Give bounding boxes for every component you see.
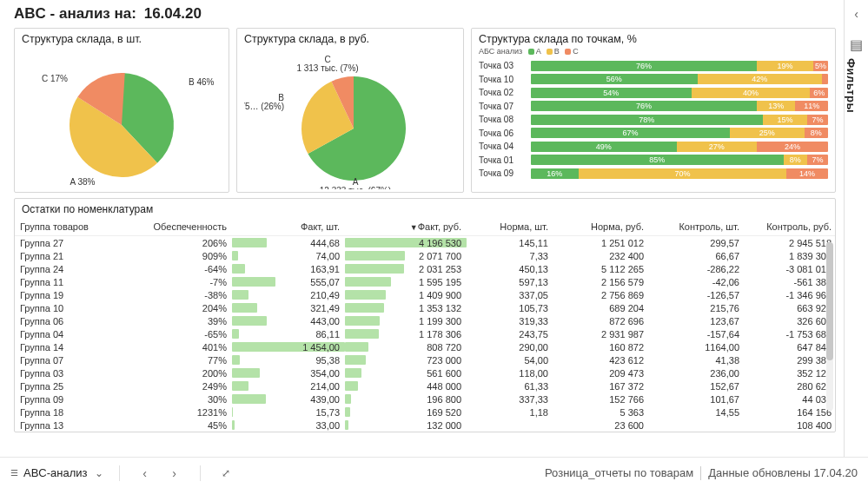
table-row[interactable]: Группа 10204%321,491 353 132105,73689 20… <box>15 301 835 314</box>
table-row[interactable]: Группа 03200%354,00561 600118,00209 4732… <box>15 366 835 379</box>
bar-segment-A: 78% <box>531 115 763 125</box>
bar-segment-C: 8% <box>805 128 828 138</box>
bar-segment-B: 19% <box>757 61 813 71</box>
stacked-bar: 49%27%24% <box>531 142 828 152</box>
bar-segment-C: 7% <box>807 155 828 165</box>
bar-segment-B: 13% <box>757 101 795 111</box>
table-row[interactable]: Группа 14401%1 454,00808 720290,00160 87… <box>15 340 835 353</box>
card-stacked-points[interactable]: Структура склада по точкам, % АБС анализ… <box>471 28 836 193</box>
table-header[interactable]: ▼Факт, руб. <box>345 218 467 236</box>
bar-row[interactable]: Точка 0185%8%7% <box>479 154 828 168</box>
bar-row-label: Точка 03 <box>479 61 526 70</box>
report-title: ABC - анализ на: 16.04.20 <box>14 5 202 23</box>
table-header[interactable]: Контроль, шт. <box>649 218 745 236</box>
chevron-left-icon[interactable]: ‹ <box>845 7 868 21</box>
stacked-bar: 56%42% <box>531 74 828 84</box>
bar-row[interactable]: Точка 0878%15%7% <box>479 113 828 127</box>
table-header[interactable]: Норма, шт. <box>467 218 553 236</box>
filters-icon[interactable]: ▤ <box>845 36 868 53</box>
bar-segment-A: 85% <box>531 155 784 165</box>
bar-row[interactable]: Точка 0376%19%5% <box>479 59 828 73</box>
stacked-bar: 76%13%11% <box>531 101 828 111</box>
report-canvas: ABC - анализ на: 16.04.20 Структура скла… <box>0 0 844 457</box>
table-row[interactable]: Группа 1345%33,00132 00023 600108 400 <box>15 419 835 432</box>
table-scrollbar[interactable] <box>826 242 833 411</box>
bar-row-label: Точка 01 <box>479 155 526 165</box>
page-selector[interactable]: ☰ ABC-анализ ⌄ <box>10 466 103 479</box>
bar-segment-B: 27% <box>677 142 757 152</box>
bar-row-label: Точка 09 <box>479 168 526 178</box>
chevron-down-icon: ⌄ <box>95 467 103 479</box>
pie-label: C 17% <box>42 74 68 83</box>
pie-pieces-title: Структура склада, в шт. <box>15 29 229 45</box>
card-pie-rub[interactable]: Структура склада, в руб. A12 333 тыс. (6… <box>236 28 464 193</box>
bar-row-label: Точка 02 <box>479 88 526 97</box>
side-rail: ‹ ▤ Фильтры <box>844 0 868 457</box>
table-header[interactable]: Норма, руб. <box>553 218 649 236</box>
bar-segment-A: 76% <box>531 101 757 111</box>
bar-row[interactable]: Точка 0667%25%8% <box>479 127 828 141</box>
pie-label: 12 333 тыс. (67%) <box>320 186 391 189</box>
card-pie-pieces[interactable]: Структура склада, в шт. A 38%B 46%C 17% <box>14 28 229 193</box>
sort-desc-icon: ▼ <box>410 223 418 232</box>
table-row[interactable]: Группа 24-64%163,912 031 253450,135 112 … <box>15 262 835 275</box>
data-updated-label: Данные обновлены 17.04.20 <box>708 466 858 479</box>
stacked-rows: Точка 0376%19%5%Точка 1056%42%Точка 0254… <box>472 56 835 186</box>
pie-label: 1 313 тыс. (7%) <box>296 63 358 73</box>
stacked-bar: 16%70%14% <box>531 168 828 179</box>
table-row[interactable]: Группа 21909%74,002 071 7007,33232 40066… <box>15 249 835 262</box>
scrollbar-thumb[interactable] <box>826 242 833 360</box>
bar-segment-C: 5% <box>813 61 828 71</box>
bar-segment-A: 16% <box>531 168 579 179</box>
table-row[interactable]: Группа 181231%15,73169 5201,185 36314,55… <box>15 406 835 419</box>
bar-row[interactable]: Точка 0254%40%6% <box>479 86 828 100</box>
table-row[interactable]: Группа 0639%443,001 199 300319,33872 696… <box>15 314 835 327</box>
next-page-button[interactable]: › <box>165 464 184 483</box>
table-row[interactable]: Группа 0930%439,00196 800337,33152 76610… <box>15 392 835 406</box>
table-title: Остатки по номенклатурам <box>15 199 835 218</box>
table-header[interactable]: Обеспеченность <box>136 218 232 236</box>
bar-segment-A: 76% <box>531 61 757 71</box>
bar-row-label: Точка 07 <box>479 102 526 111</box>
bar-row-label: Точка 06 <box>479 129 526 138</box>
filters-label[interactable]: Фильтры <box>845 58 858 113</box>
card-table[interactable]: Остатки по номенклатурам Группа товаровО… <box>14 198 836 432</box>
table-header[interactable]: Факт, шт. <box>232 218 345 236</box>
table-row[interactable]: Группа 19-38%210,491 409 900337,052 756 … <box>15 288 835 301</box>
bar-row[interactable]: Точка 0776%13%11% <box>479 100 828 114</box>
table-row[interactable]: Группа 04-65%86,111 178 306243,752 931 9… <box>15 327 835 340</box>
stacked-bar: 78%15%7% <box>531 115 828 125</box>
stacked-bar: 85%8%7% <box>531 155 828 165</box>
table-row[interactable]: Группа 27206%444,684 196 530145,111 251 … <box>15 236 835 250</box>
bar-segment-C <box>822 74 828 84</box>
bar-segment-C: 24% <box>757 142 828 152</box>
menu-icon: ☰ <box>10 468 18 478</box>
bar-segment-C: 14% <box>786 168 828 179</box>
page-name-label: ABC-анализ <box>23 466 88 479</box>
stacked-bar: 76%19%5% <box>531 61 828 71</box>
title-date: 16.04.20 <box>144 5 202 22</box>
bar-segment-B: 42% <box>698 74 823 84</box>
prev-page-button[interactable]: ‹ <box>136 464 155 483</box>
bar-segment-C: 6% <box>810 88 828 98</box>
table-row[interactable]: Группа 11-7%555,071 595 195597,132 156 5… <box>15 275 835 288</box>
table-header[interactable]: Контроль, руб. <box>745 218 835 236</box>
bar-segment-C: 11% <box>795 101 828 111</box>
title-prefix: ABC - анализ на: <box>14 5 136 22</box>
bar-segment-B: 8% <box>784 155 807 165</box>
table-header[interactable]: Группа товаров <box>15 218 136 236</box>
bar-segment-C: 7% <box>807 115 828 125</box>
bar-row[interactable]: Точка 0449%27%24% <box>479 140 828 154</box>
pie-label: A 38% <box>70 177 96 187</box>
stacked-bar: 54%40%6% <box>531 88 828 98</box>
bar-segment-A: 54% <box>531 88 692 98</box>
bar-row-label: Точка 04 <box>479 142 526 151</box>
bar-segment-B: 15% <box>763 115 807 125</box>
table-row[interactable]: Группа 25249%214,00448 00061,33167 37215… <box>15 379 835 392</box>
fit-to-page-button[interactable]: ⤢ <box>216 464 235 483</box>
stacked-legend: АБС анализ A B C <box>472 45 835 56</box>
bar-row[interactable]: Точка 0916%70%14% <box>479 167 828 181</box>
bar-row[interactable]: Точка 1056%42% <box>479 73 828 87</box>
bar-segment-A: 56% <box>531 74 698 84</box>
table-row[interactable]: Группа 0777%95,38723 00054,00423 61241,3… <box>15 353 835 366</box>
